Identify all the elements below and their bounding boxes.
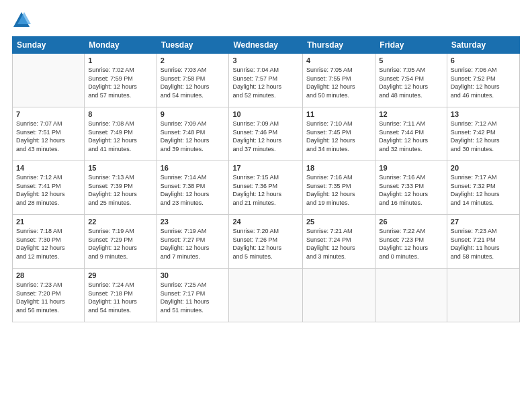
calendar-cell: 8Sunrise: 7:08 AM Sunset: 7:49 PM Daylig… [85,107,157,161]
calendar-cell: 23Sunrise: 7:19 AM Sunset: 7:27 PM Dayli… [157,215,229,269]
day-info: Sunrise: 7:10 AM Sunset: 7:45 PM Dayligh… [306,120,371,153]
day-info: Sunrise: 7:02 AM Sunset: 7:59 PM Dayligh… [88,66,152,99]
calendar-cell: 11Sunrise: 7:10 AM Sunset: 7:45 PM Dayli… [303,107,375,161]
calendar-cell: 5Sunrise: 7:05 AM Sunset: 7:54 PM Daylig… [375,54,447,107]
day-number: 18 [306,164,371,172]
day-number: 20 [451,164,516,172]
day-info: Sunrise: 7:20 AM Sunset: 7:26 PM Dayligh… [232,227,299,261]
day-info: Sunrise: 7:19 AM Sunset: 7:29 PM Dayligh… [88,227,152,261]
calendar-cell: 17Sunrise: 7:15 AM Sunset: 7:36 PM Dayli… [229,161,303,215]
calendar-cell: 21Sunrise: 7:18 AM Sunset: 7:30 PM Dayli… [13,215,85,269]
day-info: Sunrise: 7:24 AM Sunset: 7:18 PM Dayligh… [88,281,152,314]
day-number: 24 [232,218,299,226]
day-info: Sunrise: 7:09 AM Sunset: 7:46 PM Dayligh… [232,120,299,153]
day-info: Sunrise: 7:08 AM Sunset: 7:49 PM Dayligh… [88,120,152,153]
day-number: 13 [451,110,516,118]
logo [12,11,34,30]
day-info: Sunrise: 7:13 AM Sunset: 7:39 PM Dayligh… [88,173,152,207]
calendar-cell: 30Sunrise: 7:25 AM Sunset: 7:17 PM Dayli… [157,269,229,322]
calendar-week-5: 28Sunrise: 7:23 AM Sunset: 7:20 PM Dayli… [13,269,520,322]
calendar-cell [229,269,303,322]
day-number: 16 [161,164,226,172]
page-header [12,11,520,30]
day-number: 29 [88,271,152,279]
calendar-cell: 27Sunrise: 7:23 AM Sunset: 7:21 PM Dayli… [447,215,519,269]
header-wednesday: Wednesday [229,37,303,54]
calendar-cell: 22Sunrise: 7:19 AM Sunset: 7:29 PM Dayli… [85,215,157,269]
header-monday: Monday [85,37,157,54]
day-number: 1 [88,56,152,64]
calendar-cell: 6Sunrise: 7:06 AM Sunset: 7:52 PM Daylig… [447,54,519,107]
day-number: 6 [451,56,516,64]
day-number: 17 [232,164,299,172]
calendar-cell: 9Sunrise: 7:09 AM Sunset: 7:48 PM Daylig… [157,107,229,161]
day-info: Sunrise: 7:09 AM Sunset: 7:48 PM Dayligh… [161,120,226,153]
day-number: 30 [161,271,226,279]
calendar-cell: 14Sunrise: 7:12 AM Sunset: 7:41 PM Dayli… [13,161,85,215]
calendar-cell: 18Sunrise: 7:16 AM Sunset: 7:35 PM Dayli… [303,161,375,215]
header-thursday: Thursday [303,37,375,54]
calendar-cell [375,269,447,322]
day-number: 11 [306,110,371,118]
header-sunday: Sunday [13,37,85,54]
logo-icon [12,11,31,30]
calendar-cell: 29Sunrise: 7:24 AM Sunset: 7:18 PM Dayli… [85,269,157,322]
day-info: Sunrise: 7:07 AM Sunset: 7:51 PM Dayligh… [16,120,81,153]
day-info: Sunrise: 7:25 AM Sunset: 7:17 PM Dayligh… [161,281,226,314]
header-saturday: Saturday [447,37,519,54]
calendar-cell: 1Sunrise: 7:02 AM Sunset: 7:59 PM Daylig… [85,54,157,107]
calendar-cell: 7Sunrise: 7:07 AM Sunset: 7:51 PM Daylig… [13,107,85,161]
day-number: 15 [88,164,152,172]
day-number: 14 [16,164,81,172]
day-number: 7 [16,110,81,118]
day-number: 28 [16,271,81,279]
day-number: 19 [379,164,443,172]
calendar-cell: 24Sunrise: 7:20 AM Sunset: 7:26 PM Dayli… [229,215,303,269]
day-number: 5 [379,56,443,64]
day-info: Sunrise: 7:17 AM Sunset: 7:32 PM Dayligh… [451,173,516,207]
calendar-week-3: 14Sunrise: 7:12 AM Sunset: 7:41 PM Dayli… [13,161,520,215]
calendar-cell: 25Sunrise: 7:21 AM Sunset: 7:24 PM Dayli… [303,215,375,269]
day-number: 9 [161,110,226,118]
day-info: Sunrise: 7:23 AM Sunset: 7:20 PM Dayligh… [16,281,81,314]
calendar-cell: 26Sunrise: 7:22 AM Sunset: 7:23 PM Dayli… [375,215,447,269]
day-number: 3 [232,56,299,64]
day-number: 2 [161,56,226,64]
day-info: Sunrise: 7:11 AM Sunset: 7:44 PM Dayligh… [379,120,443,153]
calendar-table: SundayMondayTuesdayWednesdayThursdayFrid… [12,36,520,322]
calendar-cell [303,269,375,322]
day-info: Sunrise: 7:21 AM Sunset: 7:24 PM Dayligh… [306,227,371,261]
day-info: Sunrise: 7:16 AM Sunset: 7:35 PM Dayligh… [306,173,371,207]
day-info: Sunrise: 7:06 AM Sunset: 7:52 PM Dayligh… [451,66,516,99]
calendar-cell: 3Sunrise: 7:04 AM Sunset: 7:57 PM Daylig… [229,54,303,107]
calendar-cell: 12Sunrise: 7:11 AM Sunset: 7:44 PM Dayli… [375,107,447,161]
calendar-week-2: 7Sunrise: 7:07 AM Sunset: 7:51 PM Daylig… [13,107,520,161]
day-number: 23 [161,218,226,226]
day-info: Sunrise: 7:15 AM Sunset: 7:36 PM Dayligh… [232,173,299,207]
day-info: Sunrise: 7:05 AM Sunset: 7:54 PM Dayligh… [379,66,443,99]
calendar-header-row: SundayMondayTuesdayWednesdayThursdayFrid… [13,37,520,54]
header-friday: Friday [375,37,447,54]
day-number: 12 [379,110,443,118]
day-number: 26 [379,218,443,226]
calendar-cell: 4Sunrise: 7:05 AM Sunset: 7:55 PM Daylig… [303,54,375,107]
day-info: Sunrise: 7:05 AM Sunset: 7:55 PM Dayligh… [306,66,371,99]
calendar-cell [13,54,85,107]
calendar-cell: 13Sunrise: 7:12 AM Sunset: 7:42 PM Dayli… [447,107,519,161]
calendar-cell: 20Sunrise: 7:17 AM Sunset: 7:32 PM Dayli… [447,161,519,215]
calendar-cell: 19Sunrise: 7:16 AM Sunset: 7:33 PM Dayli… [375,161,447,215]
calendar-cell: 2Sunrise: 7:03 AM Sunset: 7:58 PM Daylig… [157,54,229,107]
calendar-cell: 15Sunrise: 7:13 AM Sunset: 7:39 PM Dayli… [85,161,157,215]
day-info: Sunrise: 7:22 AM Sunset: 7:23 PM Dayligh… [379,227,443,261]
calendar-week-4: 21Sunrise: 7:18 AM Sunset: 7:30 PM Dayli… [13,215,520,269]
calendar-cell: 16Sunrise: 7:14 AM Sunset: 7:38 PM Dayli… [157,161,229,215]
day-info: Sunrise: 7:14 AM Sunset: 7:38 PM Dayligh… [161,173,226,207]
calendar-week-1: 1Sunrise: 7:02 AM Sunset: 7:59 PM Daylig… [13,54,520,107]
day-number: 4 [306,56,371,64]
day-info: Sunrise: 7:03 AM Sunset: 7:58 PM Dayligh… [161,66,226,99]
day-info: Sunrise: 7:16 AM Sunset: 7:33 PM Dayligh… [379,173,443,207]
day-number: 22 [88,218,152,226]
day-info: Sunrise: 7:12 AM Sunset: 7:41 PM Dayligh… [16,173,81,207]
day-info: Sunrise: 7:18 AM Sunset: 7:30 PM Dayligh… [16,227,81,261]
calendar-cell: 10Sunrise: 7:09 AM Sunset: 7:46 PM Dayli… [229,107,303,161]
